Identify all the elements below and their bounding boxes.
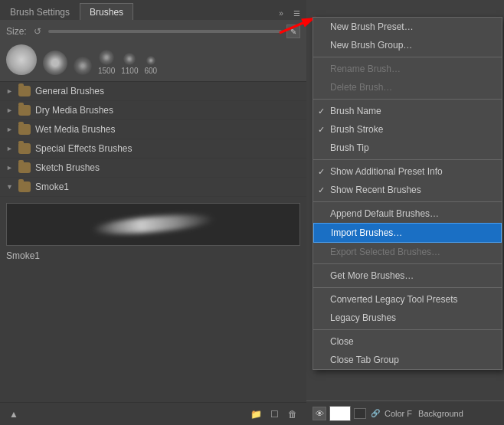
menu-item-label: Legacy Brushes [330,312,396,323]
tab-brushes[interactable]: Brushes [80,3,133,20]
menu-item-new-brush-group[interactable]: New Brush Group… [313,36,502,54]
menu-item-rename-brush: Rename Brush… [313,60,502,78]
color-label: Color F [385,409,412,418]
menu-item-label: Delete Brush… [330,82,392,93]
size-reset-button[interactable]: ↺ [31,25,44,38]
menu-separator [313,99,502,100]
menu-item-label: Get More Brushes… [330,270,414,281]
menu-item-label: Close Tab Group [330,355,399,365]
folder-icon [18,162,31,173]
menu-item-append-default[interactable]: Append Default Brushes… [313,204,502,223]
menu-item-label: Brush Name [330,106,381,116]
new-item-button[interactable]: ☐ [267,407,282,422]
tab-bar: Brush Settings Brushes » ☰ [0,0,306,20]
menu-item-brush-stroke[interactable]: ✓Brush Stroke [313,120,502,139]
menu-item-label: Show Recent Brushes [330,185,421,195]
menu-item-label: Show Additional Preset Info [330,166,443,177]
brush-group-sketch[interactable]: ► Sketch Brushes [0,159,306,178]
chevron-icon-down: ▼ [6,183,14,191]
menu-separator [313,201,502,202]
menu-item-label: Brush Stroke [330,124,383,135]
size-label: Size: [6,26,27,37]
toolbar-left: ▲ [6,407,21,422]
background-label: Background [418,409,463,418]
menu-item-show-preset-info[interactable]: ✓Show Additional Preset Info [313,162,502,181]
menu-item-label: Rename Brush… [330,64,401,74]
menu-item-label: Import Brushes… [331,227,402,238]
brush-group-special-effects[interactable]: ► Special Effects Brushes [0,139,306,159]
chain-icon: 🔗 [369,407,381,420]
menu-item-label: Export Selected Brushes… [330,247,440,257]
menu-item-close[interactable]: Close [313,332,502,351]
brush-group-dry-media[interactable]: ► Dry Media Brushes [0,101,306,120]
menu-item-close-tab-group[interactable]: Close Tab Group [313,351,502,369]
brush-group-smoke[interactable]: ▼ Smoke1 [0,178,306,197]
brush-preview-2[interactable] [43,51,67,75]
folder-icon [18,124,31,135]
brush-preview-3[interactable] [74,57,92,75]
svg-line-1 [280,18,316,33]
menu-item-get-more-brushes[interactable]: Get More Brushes… [313,266,502,285]
chevron-icon: ► [6,87,14,95]
smoke-name: Smoke1 [6,249,300,263]
menu-item-show-recent-brushes[interactable]: ✓Show Recent Brushes [313,181,502,199]
check-icon: ✓ [318,167,325,177]
menu-item-label: Append Default Brushes… [330,208,439,219]
bottom-strip: 👁 🔗 Color F Background [306,400,504,425]
menu-item-label: New Brush Group… [330,40,412,51]
visibility-icon[interactable]: 👁 [313,407,326,420]
folder-icon [18,86,31,96]
menu-separator [313,57,502,57]
brush-settings-area: Size: ↺ ✎ 1500 1100 [0,20,306,82]
menu-separator [313,263,502,264]
size-row: Size: ↺ ✎ [6,25,300,38]
main-panel: Brush Settings Brushes » ☰ Size: ↺ ✎ [0,0,306,425]
menu-item-label: Converted Legacy Tool Presets [330,294,458,305]
chevron-icon: ► [6,164,14,172]
menu-item-converted-legacy[interactable]: Converted Legacy Tool Presets [313,290,502,309]
check-icon: ✓ [318,185,325,195]
menu-item-brush-name[interactable]: ✓Brush Name [313,102,502,120]
menu-item-label: New Brush Preset… [330,21,414,32]
menu-item-legacy-brushes[interactable]: Legacy Brushes [313,309,502,327]
brush-group-wet-media[interactable]: ► Wet Media Brushes [0,120,306,139]
smoke-preview-box[interactable] [6,203,300,246]
menu-item-delete-brush: Delete Brush… [313,78,502,96]
menu-item-label: Close [330,336,354,347]
brush-preview-5[interactable]: 1100 [121,53,138,75]
menu-item-export-brushes: Export Selected Brushes… [313,243,502,261]
menu-separator [313,159,502,160]
chevron-icon: ► [6,126,14,133]
folder-icon [18,105,31,116]
brush-previews: 1500 1100 600 [6,43,300,78]
menu-item-new-brush-preset[interactable]: New Brush Preset… [313,18,502,36]
menu-item-brush-tip[interactable]: Brush Tip [313,139,502,157]
menu-item-label: Brush Tip [330,142,369,153]
menu-separator [313,287,502,288]
brush-preview-1[interactable] [6,44,37,75]
brush-preview-6[interactable]: 600 [145,56,158,75]
bg-swatch[interactable] [354,408,366,419]
brush-group-general[interactable]: ► General Brushes [0,82,306,101]
toolbar-right: 📁 ☐ 🗑 [248,407,300,422]
check-icon: ✓ [318,125,325,135]
folder-icon [18,143,31,154]
dropdown-menu: New Brush Preset…New Brush Group…Rename … [313,17,502,370]
tab-brush-settings[interactable]: Brush Settings [0,3,80,20]
upload-button[interactable]: ▲ [6,407,21,422]
delete-button[interactable]: 🗑 [285,407,300,422]
menu-item-import-brushes[interactable]: Import Brushes… [313,223,502,243]
new-folder-button[interactable]: 📁 [248,407,263,422]
chevron-icon: ► [6,106,14,114]
menu-separator [313,329,502,330]
size-slider[interactable] [48,30,282,33]
chevron-icon: ► [6,145,14,152]
color-swatch[interactable] [329,406,351,421]
folder-icon [18,181,31,192]
brush-preview-4[interactable]: 1500 [98,50,115,75]
smoke-preview-stroke [91,211,214,237]
smoke-preview-section[interactable]: Smoke1 [0,197,306,266]
bottom-toolbar: ▲ 📁 ☐ 🗑 [0,402,306,425]
brush-list[interactable]: ► General Brushes ► Dry Media Brushes ► … [0,82,306,402]
check-icon: ✓ [318,106,325,116]
